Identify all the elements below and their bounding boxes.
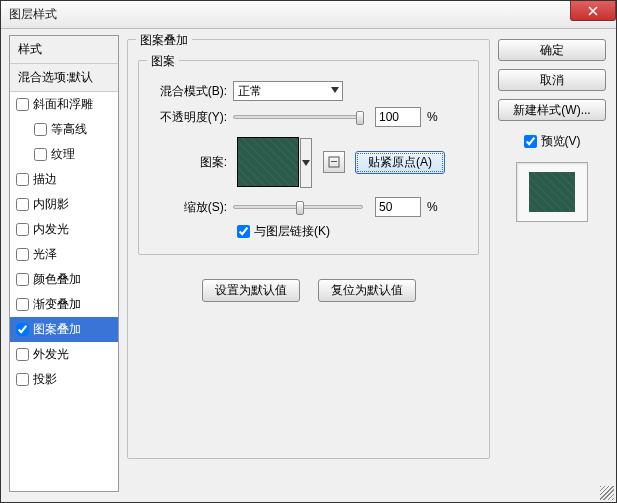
blend-mode-value: 正常 (238, 83, 262, 100)
styles-header[interactable]: 样式 (10, 36, 118, 64)
preview-checkbox[interactable] (524, 135, 537, 148)
snap-origin-button[interactable]: 贴紧原点(A) (355, 151, 445, 174)
styles-panel: 样式 混合选项:默认 斜面和浮雕等高线纹理描边内阴影内发光光泽颜色叠加渐变叠加图… (9, 35, 119, 492)
link-with-layer-checkbox[interactable] (237, 225, 250, 238)
style-item[interactable]: 斜面和浮雕 (10, 92, 118, 117)
opacity-row: 不透明度(Y): % (149, 107, 468, 127)
set-default-button[interactable]: 设置为默认值 (202, 279, 300, 302)
slider-thumb[interactable] (296, 201, 304, 215)
style-item-label: 等高线 (51, 121, 87, 138)
new-preset-icon (328, 156, 340, 168)
style-checkbox[interactable] (16, 373, 29, 386)
style-item-label: 渐变叠加 (33, 296, 81, 313)
resize-grip[interactable] (600, 486, 614, 500)
style-checkbox[interactable] (16, 198, 29, 211)
opacity-label: 不透明度(Y): (149, 109, 227, 126)
link-row: 与图层链接(K) (237, 223, 468, 240)
style-item-label: 光泽 (33, 246, 57, 263)
pattern-inner-group: 图案 混合模式(B): 正常 不透明度(Y): % (138, 60, 479, 255)
style-checkbox[interactable] (16, 173, 29, 186)
style-list: 斜面和浮雕等高线纹理描边内阴影内发光光泽颜色叠加渐变叠加图案叠加外发光投影 (10, 92, 118, 392)
preview-box (516, 162, 588, 222)
scale-label: 缩放(S): (149, 199, 227, 216)
window-title: 图层样式 (9, 6, 57, 23)
titlebar[interactable]: 图层样式 (1, 1, 616, 29)
group-title: 图案叠加 (136, 32, 192, 49)
layer-style-dialog: 图层样式 样式 混合选项:默认 斜面和浮雕等高线纹理描边内阴影内发光光泽颜色叠加… (0, 0, 617, 503)
style-item[interactable]: 描边 (10, 167, 118, 192)
ok-button[interactable]: 确定 (498, 39, 606, 61)
style-item-label: 斜面和浮雕 (33, 96, 93, 113)
style-item-label: 内发光 (33, 221, 69, 238)
cancel-button[interactable]: 取消 (498, 69, 606, 91)
style-item-label: 内阴影 (33, 196, 69, 213)
style-checkbox[interactable] (16, 348, 29, 361)
blend-mode-select[interactable]: 正常 (233, 81, 343, 101)
blend-mode-label: 混合模式(B): (149, 83, 227, 100)
svg-rect-1 (331, 161, 337, 162)
inner-title: 图案 (147, 53, 179, 70)
close-icon (588, 6, 598, 16)
style-item[interactable]: 投影 (10, 367, 118, 392)
style-item-label: 颜色叠加 (33, 271, 81, 288)
style-checkbox[interactable] (16, 298, 29, 311)
dialog-body: 样式 混合选项:默认 斜面和浮雕等高线纹理描边内阴影内发光光泽颜色叠加渐变叠加图… (1, 29, 616, 502)
pattern-row: 图案: 贴紧原点(A) (149, 137, 468, 187)
blend-options-default[interactable]: 混合选项:默认 (10, 64, 118, 92)
style-checkbox[interactable] (16, 273, 29, 286)
default-buttons-row: 设置为默认值 复位为默认值 (138, 279, 479, 302)
close-button[interactable] (570, 1, 616, 21)
style-item-label: 图案叠加 (33, 321, 81, 338)
style-item[interactable]: 渐变叠加 (10, 292, 118, 317)
style-item-label: 外发光 (33, 346, 69, 363)
style-item[interactable]: 颜色叠加 (10, 267, 118, 292)
pattern-overlay-group: 图案叠加 图案 混合模式(B): 正常 不透明度(Y): (127, 39, 490, 459)
style-checkbox[interactable] (16, 98, 29, 111)
action-panel: 确定 取消 新建样式(W)... 预览(V) (498, 35, 606, 492)
scale-slider[interactable] (233, 205, 363, 209)
style-item[interactable]: 光泽 (10, 242, 118, 267)
blend-mode-row: 混合模式(B): 正常 (149, 81, 468, 101)
percent-label: % (427, 110, 438, 124)
pattern-picker[interactable] (237, 137, 299, 187)
percent-label: % (427, 200, 438, 214)
new-style-button[interactable]: 新建样式(W)... (498, 99, 606, 121)
style-item-label: 描边 (33, 171, 57, 188)
style-item[interactable]: 纹理 (10, 142, 118, 167)
preview-row: 预览(V) (498, 133, 606, 150)
style-item[interactable]: 等高线 (10, 117, 118, 142)
scale-input[interactable] (375, 197, 421, 217)
settings-panel: 图案叠加 图案 混合模式(B): 正常 不透明度(Y): (127, 35, 490, 492)
opacity-slider[interactable] (233, 115, 363, 119)
pattern-dropdown[interactable] (300, 138, 312, 188)
style-item[interactable]: 图案叠加 (10, 317, 118, 342)
style-item[interactable]: 内发光 (10, 217, 118, 242)
style-checkbox[interactable] (16, 248, 29, 261)
style-checkbox[interactable] (16, 223, 29, 236)
reset-default-button[interactable]: 复位为默认值 (318, 279, 416, 302)
preview-label: 预览(V) (541, 133, 581, 150)
style-item-label: 纹理 (51, 146, 75, 163)
slider-thumb[interactable] (356, 111, 364, 125)
new-preset-button[interactable] (323, 151, 345, 173)
link-with-layer-label: 与图层链接(K) (254, 223, 330, 240)
chevron-down-icon (302, 160, 310, 166)
style-checkbox[interactable] (16, 323, 29, 336)
style-item[interactable]: 外发光 (10, 342, 118, 367)
opacity-input[interactable] (375, 107, 421, 127)
chevron-down-icon (331, 87, 339, 93)
style-item-label: 投影 (33, 371, 57, 388)
preview-swatch (529, 172, 575, 212)
scale-row: 缩放(S): % (149, 197, 468, 217)
style-checkbox[interactable] (34, 123, 47, 136)
style-checkbox[interactable] (34, 148, 47, 161)
style-item[interactable]: 内阴影 (10, 192, 118, 217)
pattern-label: 图案: (149, 154, 227, 171)
